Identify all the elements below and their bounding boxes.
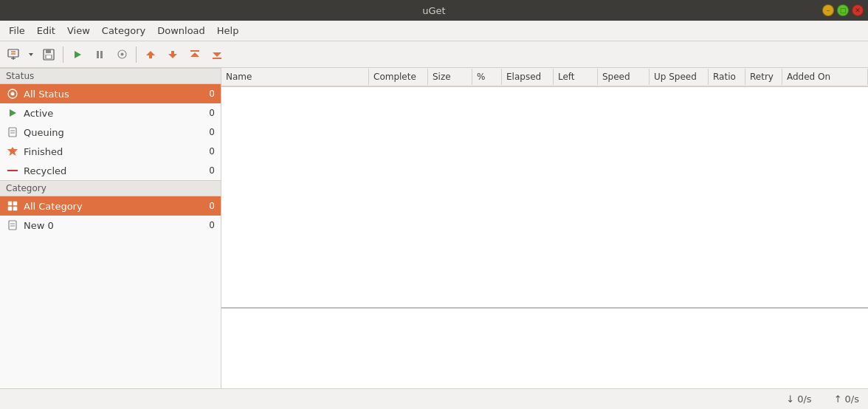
active-icon <box>6 106 19 120</box>
queuing-icon <box>6 126 19 139</box>
svg-rect-0 <box>8 49 18 57</box>
queuing-label: Queuing <box>24 127 200 138</box>
svg-rect-31 <box>8 202 12 205</box>
table-header: Name Complete Size % Elapsed Left Speed … <box>221 68 868 87</box>
upload-speed-value: 0/s <box>845 393 859 405</box>
col-left[interactable]: Left <box>554 69 598 85</box>
col-upspeed[interactable]: Up Speed <box>650 69 709 85</box>
new-0-count: 0 <box>200 220 215 230</box>
finished-label: Finished <box>24 146 200 157</box>
titlebar: uGet – □ ✕ <box>0 0 868 21</box>
detail-panel <box>221 307 868 388</box>
finished-icon <box>6 145 19 158</box>
recycled-count: 0 <box>200 165 215 176</box>
sidebar-item-all-status[interactable]: All Status 0 <box>0 84 221 103</box>
download-speed-item: ↓ 0/s <box>786 393 811 405</box>
col-size[interactable]: Size <box>428 69 472 85</box>
toolbar-separator-1 <box>63 47 63 63</box>
svg-rect-30 <box>7 170 18 171</box>
menu-download[interactable]: Download <box>151 22 211 39</box>
svg-rect-33 <box>8 207 12 210</box>
move-bottom-button[interactable] <box>207 44 227 65</box>
finished-count: 0 <box>200 146 215 157</box>
pause-icon <box>94 49 105 60</box>
new-0-label: New 0 <box>24 220 200 231</box>
svg-rect-16 <box>149 55 152 58</box>
add-download-icon <box>7 49 19 61</box>
svg-rect-11 <box>97 51 99 58</box>
col-speed[interactable]: Speed <box>598 69 650 85</box>
sidebar-item-new-0[interactable]: New 0 0 <box>0 216 221 235</box>
toolbar <box>0 41 868 68</box>
all-status-label: All Status <box>24 89 200 100</box>
col-complete[interactable]: Complete <box>369 69 428 85</box>
category-section-header: Category <box>0 180 221 196</box>
table-body <box>221 87 868 307</box>
menu-help[interactable]: Help <box>211 22 245 39</box>
toolbar-separator-2 <box>136 47 137 63</box>
svg-marker-22 <box>213 52 221 57</box>
svg-rect-19 <box>190 50 199 52</box>
move-up-button[interactable] <box>140 44 161 65</box>
move-bottom-icon <box>212 49 222 60</box>
pause-button[interactable] <box>89 44 110 65</box>
all-status-icon <box>6 87 19 100</box>
close-button[interactable]: ✕ <box>852 4 864 16</box>
sidebar-item-all-category[interactable]: All Category 0 <box>0 196 221 216</box>
col-percent[interactable]: % <box>472 69 502 85</box>
menu-edit[interactable]: Edit <box>31 22 61 39</box>
save-button[interactable] <box>38 44 59 65</box>
add-download-button[interactable] <box>3 44 24 65</box>
svg-rect-9 <box>46 55 51 58</box>
sidebar: Status All Status 0 Active 0 <box>0 68 221 388</box>
titlebar-title: uGet <box>422 5 445 16</box>
svg-marker-17 <box>168 54 177 58</box>
download-speed-value: 0/s <box>797 393 811 405</box>
col-retry[interactable]: Retry <box>745 69 782 85</box>
upload-speed-item: ↑ 0/s <box>834 393 859 405</box>
menu-category[interactable]: Category <box>96 22 151 39</box>
svg-rect-18 <box>171 51 174 54</box>
move-down-button[interactable] <box>162 44 183 65</box>
move-top-button[interactable] <box>185 44 205 65</box>
svg-rect-21 <box>213 58 221 59</box>
status-section-header: Status <box>0 68 221 84</box>
properties-button[interactable] <box>111 44 132 65</box>
move-down-icon <box>168 49 178 60</box>
recycled-label: Recycled <box>24 165 200 176</box>
properties-icon <box>117 49 128 60</box>
sidebar-item-queuing[interactable]: Queuing 0 <box>0 123 221 142</box>
svg-marker-10 <box>75 51 81 58</box>
svg-rect-26 <box>9 128 16 137</box>
svg-rect-12 <box>100 51 103 58</box>
sidebar-item-recycled[interactable]: Recycled 0 <box>0 161 221 180</box>
sidebar-item-finished[interactable]: Finished 0 <box>0 142 221 161</box>
upload-speed-icon: ↑ <box>834 393 842 405</box>
sidebar-item-active[interactable]: Active 0 <box>0 103 221 123</box>
menu-file[interactable]: File <box>3 22 31 39</box>
move-up-icon <box>145 49 156 60</box>
main-area: Status All Status 0 Active 0 <box>0 68 868 388</box>
start-icon <box>72 49 83 60</box>
maximize-button[interactable]: □ <box>837 4 849 16</box>
svg-marker-25 <box>10 109 16 117</box>
queuing-count: 0 <box>200 127 215 137</box>
download-speed-icon: ↓ <box>786 393 794 405</box>
svg-marker-20 <box>190 52 199 57</box>
add-dropdown-button[interactable] <box>25 44 37 65</box>
all-category-label: All Category <box>24 201 200 212</box>
minimize-button[interactable]: – <box>822 4 834 16</box>
titlebar-controls: – □ ✕ <box>822 4 864 16</box>
statusbar: ↓ 0/s ↑ 0/s <box>0 388 868 409</box>
col-addedon[interactable]: Added On <box>782 69 868 85</box>
col-elapsed[interactable]: Elapsed <box>502 69 554 85</box>
all-category-icon <box>6 199 19 213</box>
col-name[interactable]: Name <box>221 69 369 85</box>
svg-rect-32 <box>13 202 17 205</box>
col-ratio[interactable]: Ratio <box>709 69 745 85</box>
svg-marker-29 <box>7 147 18 156</box>
start-button[interactable] <box>67 44 88 65</box>
menu-view[interactable]: View <box>61 22 96 39</box>
svg-rect-34 <box>13 207 17 210</box>
svg-point-14 <box>120 53 123 56</box>
